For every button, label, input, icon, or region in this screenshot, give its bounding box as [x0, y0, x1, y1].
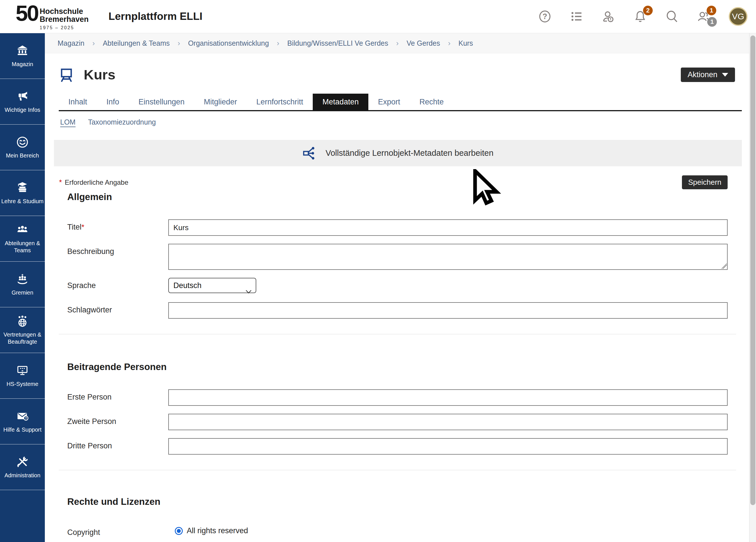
tab-export[interactable]: Export	[368, 94, 410, 110]
breadcrumb-separator: ›	[396, 39, 399, 48]
titel-input[interactable]	[168, 219, 728, 236]
beschreibung-textarea[interactable]	[168, 244, 728, 270]
subtab-taxonomiezuordnung[interactable]: Taxonomiezuordnung	[88, 118, 156, 126]
logo-name-line1: Hochschule	[40, 8, 89, 16]
tab-metadaten[interactable]: Metadaten	[313, 94, 368, 110]
dritte-person-label: Dritte Person	[67, 438, 168, 450]
breadcrumb-item[interactable]: Ve Gerdes	[407, 39, 440, 47]
section-heading-allgemein: Allgemein	[67, 192, 742, 202]
monitor-icon	[16, 364, 29, 377]
tab-mitglieder[interactable]: Mitglieder	[194, 94, 247, 110]
field-row-titel: Titel*	[67, 219, 742, 236]
people-group-icon	[16, 223, 29, 236]
sidebar-item-label: Lehre & Studium	[0, 198, 45, 205]
committee-icon	[16, 273, 29, 286]
sidebar-item-gremien[interactable]: Gremien	[0, 262, 45, 307]
beschreibung-label: Beschreibung	[67, 244, 168, 256]
svg-text:?: ?	[25, 416, 27, 420]
required-note: *Erforderliche Angabe	[59, 178, 128, 187]
sidebar-item-wichtige-infos[interactable]: Wichtige Infos	[0, 79, 45, 125]
breadcrumb-item[interactable]: Organisationsentwicklung	[188, 39, 269, 47]
user-status-icon[interactable]	[602, 10, 615, 23]
sprache-label: Sprache	[67, 278, 168, 290]
breadcrumb-item[interactable]: Abteilungen & Teams	[103, 39, 170, 47]
copyright-radio-dot	[177, 529, 181, 533]
field-row-schlagwoerter: Schlagwörter	[67, 302, 742, 319]
required-star: *	[59, 178, 62, 186]
contacts-badge-top: 1	[707, 6, 716, 15]
breadcrumb-separator: ›	[178, 39, 180, 48]
erste-person-label: Erste Person	[67, 389, 168, 402]
schlagwoerter-input[interactable]	[168, 302, 728, 319]
zweite-person-input[interactable]	[168, 414, 728, 430]
required-star: *	[81, 223, 84, 231]
sidebar-item-label: Abteilungen & Teams	[0, 240, 45, 254]
sidebar-item-mein-bereich[interactable]: Mein Bereich	[0, 125, 45, 170]
vertical-scrollbar-thumb[interactable]	[750, 35, 755, 505]
caret-down-icon	[722, 73, 728, 77]
tab-rechte[interactable]: Rechte	[410, 94, 453, 110]
sidebar-item-lehre-studium[interactable]: Lehre & Studium	[0, 170, 45, 216]
dritte-person-input[interactable]	[168, 438, 728, 455]
field-row-dritte-person: Dritte Person	[67, 438, 742, 455]
bank-icon	[16, 44, 29, 57]
contacts-icon[interactable]: 1 1	[697, 10, 711, 23]
actions-button[interactable]: Aktionen	[681, 68, 735, 82]
user-avatar[interactable]: VG	[729, 7, 747, 26]
tab-info[interactable]: Info	[97, 94, 129, 110]
field-row-zweite-person: Zweite Person	[67, 414, 742, 430]
mail-question-icon: ?	[16, 410, 29, 423]
sidebar-item-magazin[interactable]: Magazin	[0, 33, 45, 79]
sidebar-spacer	[0, 490, 45, 542]
edit-full-metadata-link[interactable]: Vollständige Lernobjekt-Metadaten bearbe…	[325, 148, 493, 158]
tab-lernfortschritt[interactable]: Lernfortschritt	[247, 94, 313, 110]
tab-einstellungen[interactable]: Einstellungen	[129, 94, 194, 110]
logo-name-line2: Bremerhaven	[40, 16, 89, 24]
books-cap-icon	[16, 181, 29, 194]
logo-50: 50	[16, 3, 38, 24]
save-button[interactable]: Speichern	[682, 175, 728, 189]
field-row-sprache: Sprache Deutsch	[67, 278, 742, 293]
help-icon[interactable]: ?	[538, 10, 552, 23]
sidebar-item-label: Administration	[3, 472, 42, 479]
field-row-copyright: Copyright All rights reserved	[67, 525, 742, 537]
metadata-node-icon	[302, 145, 318, 161]
logo-years: 1975 – 2025	[40, 25, 89, 30]
sidebar-item-label: Magazin	[11, 61, 34, 68]
metadata-banner: Vollständige Lernobjekt-Metadaten bearbe…	[54, 140, 742, 166]
breadcrumb-separator: ›	[93, 39, 95, 48]
sprache-select[interactable]: Deutsch	[168, 278, 256, 293]
notifications-bell-icon[interactable]: 2	[633, 10, 647, 23]
sidebar-item-hs-systeme[interactable]: HS-Systeme	[0, 353, 45, 399]
sidebar-item-label: Vertretungen & Beauftragte	[0, 331, 45, 345]
section-heading-beitragende: Beitragende Personen	[67, 362, 742, 372]
schlagwoerter-label: Schlagwörter	[67, 302, 168, 314]
sidebar-item-administration[interactable]: Administration	[0, 444, 45, 490]
sidebar-item-hilfe-support[interactable]: ? Hilfe & Support	[0, 399, 45, 444]
sidebar-item-vertretungen[interactable]: Vertretungen & Beauftragte	[0, 307, 45, 353]
field-row-beschreibung: Beschreibung	[67, 244, 742, 271]
actions-button-label: Aktionen	[688, 70, 717, 79]
breadcrumb-separator: ›	[277, 39, 280, 48]
breadcrumb-item[interactable]: Bildung/Wissen/ELLI Ve Gerdes	[287, 39, 388, 47]
copyright-radio[interactable]	[175, 527, 183, 535]
subtab-lom[interactable]: LOM	[60, 118, 75, 126]
copyright-option-label: All rights reserved	[187, 526, 248, 535]
search-icon[interactable]	[665, 10, 679, 23]
sidebar-item-label: Hilfe & Support	[2, 426, 43, 433]
form-header-row: *Erforderliche Angabe Speichern	[54, 175, 742, 189]
page-title-row: Kurs Aktionen	[54, 66, 742, 83]
save-button-label: Speichern	[688, 178, 721, 187]
sidebar-item-label: HS-Systeme	[5, 381, 39, 388]
breadcrumb-item[interactable]: Magazin	[58, 39, 85, 47]
globe-people-icon	[16, 315, 29, 328]
sidebar-item-abteilungen-teams[interactable]: Abteilungen & Teams	[0, 216, 45, 262]
list-view-icon[interactable]	[570, 10, 583, 23]
breadcrumb-bar: Magazin › Abteilungen & Teams › Organisa…	[45, 33, 749, 53]
vertical-scrollbar-track[interactable]	[749, 33, 756, 542]
erste-person-input[interactable]	[168, 389, 728, 406]
tab-inhalt[interactable]: Inhalt	[59, 94, 97, 110]
section-heading-rechte: Rechte und Lizenzen	[67, 496, 742, 507]
top-header: 50 Hochschule Bremerhaven 1975 – 2025 Le…	[0, 0, 756, 33]
breadcrumb-separator: ›	[448, 39, 451, 48]
